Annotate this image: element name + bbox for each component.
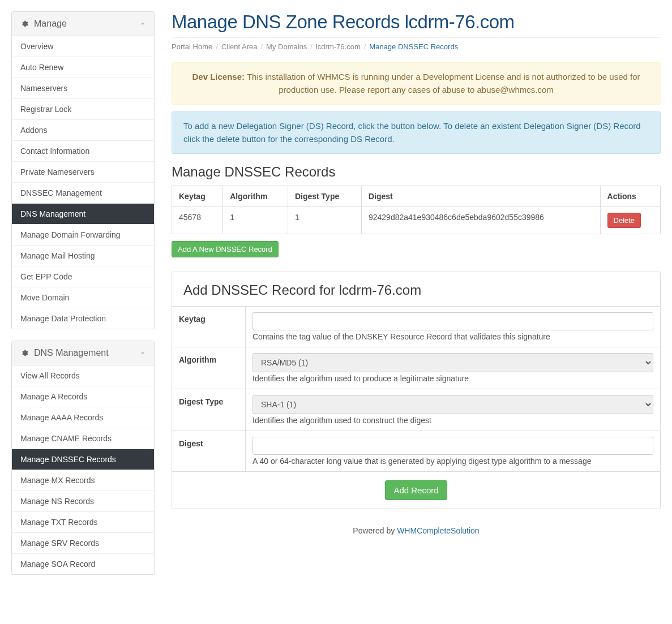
dev-license-alert: Dev License: This installation of WHMCS … bbox=[172, 62, 661, 105]
chevron-up-icon bbox=[140, 350, 145, 356]
cell-digest_type: 1 bbox=[288, 207, 361, 234]
manage-item-11[interactable]: Get EPP Code bbox=[12, 266, 154, 287]
manage-item-4[interactable]: Addons bbox=[12, 119, 154, 140]
breadcrumb-link-2[interactable]: My Domains bbox=[266, 42, 307, 51]
footer: Powered by WHMCompleteSolution bbox=[172, 526, 661, 535]
dns-panel: DNS Management View All RecordsManage A … bbox=[11, 341, 155, 575]
breadcrumb-sep: / bbox=[364, 42, 366, 51]
footer-text: Powered by bbox=[353, 526, 397, 535]
manage-item-7[interactable]: DNSSEC Management bbox=[12, 182, 154, 203]
manage-panel: Manage OverviewAuto RenewNameserversRegi… bbox=[11, 11, 155, 329]
dns-item-7[interactable]: Manage TXT Records bbox=[12, 511, 154, 532]
keytag-input[interactable] bbox=[252, 312, 653, 330]
digest-type-help: Identifies the algorithm used to constru… bbox=[252, 416, 653, 425]
manage-panel-title: Manage bbox=[34, 19, 67, 29]
cell-keytag: 45678 bbox=[172, 207, 223, 234]
digest-help: A 40 or 64-character long value that is … bbox=[252, 457, 653, 466]
dns-item-5[interactable]: Manage MX Records bbox=[12, 470, 154, 490]
add-new-record-button[interactable]: Add A New DNSSEC Record bbox=[172, 241, 279, 257]
dns-list: View All RecordsManage A RecordsManage A… bbox=[12, 365, 154, 574]
dns-item-8[interactable]: Manage SRV Records bbox=[12, 532, 154, 553]
page-title: Manage DNS Zone Records lcdrm-76.com bbox=[172, 11, 661, 33]
algorithm-select[interactable]: RSA/MD5 (1) bbox=[252, 353, 653, 372]
dns-item-6[interactable]: Manage NS Records bbox=[12, 490, 154, 511]
digest-label: Digest bbox=[172, 431, 246, 471]
add-record-submit-button[interactable]: Add Record bbox=[385, 480, 447, 500]
manage-item-3[interactable]: Registrar Lock bbox=[12, 98, 154, 119]
gear-icon bbox=[20, 20, 28, 28]
dns-panel-title: DNS Management bbox=[34, 348, 109, 358]
dns-item-3[interactable]: Manage CNAME Records bbox=[12, 428, 154, 449]
dns-item-2[interactable]: Manage AAAA Records bbox=[12, 407, 154, 428]
dns-item-4[interactable]: Manage DNSSEC Records bbox=[12, 449, 154, 470]
breadcrumb-link-3[interactable]: lcdrm-76.com bbox=[316, 42, 361, 51]
records-col-4: Actions bbox=[600, 186, 660, 207]
records-title: Manage DNSSEC Records bbox=[172, 164, 661, 180]
digest-type-select[interactable]: SHA-1 (1) bbox=[252, 395, 653, 414]
manage-item-5[interactable]: Contact Information bbox=[12, 140, 154, 161]
breadcrumb-link-1[interactable]: Client Area bbox=[221, 42, 258, 51]
algorithm-help: Identifies the algorithm used to produce… bbox=[252, 374, 653, 383]
manage-item-9[interactable]: Manage Domain Forwarding bbox=[12, 224, 154, 245]
dns-item-1[interactable]: Manage A Records bbox=[12, 386, 154, 407]
manage-item-10[interactable]: Manage Mail Hosting bbox=[12, 245, 154, 266]
digest-type-label: Digest Type bbox=[172, 389, 246, 431]
digest-input[interactable] bbox=[252, 437, 653, 455]
manage-item-1[interactable]: Auto Renew bbox=[12, 57, 154, 78]
manage-item-12[interactable]: Move Domain bbox=[12, 287, 154, 308]
keytag-help: Contains the tag value of the DNSKEY Res… bbox=[252, 332, 653, 341]
breadcrumb-current: Manage DNSSEC Records bbox=[369, 42, 458, 51]
manage-item-8[interactable]: DNS Management bbox=[12, 203, 154, 224]
add-record-form: Add DNSSEC Record for lcdrm-76.com Keyta… bbox=[172, 272, 661, 509]
breadcrumb-sep: / bbox=[216, 42, 218, 51]
manage-list: OverviewAuto RenewNameserversRegistrar L… bbox=[12, 36, 154, 329]
dns-item-0[interactable]: View All Records bbox=[12, 365, 154, 386]
breadcrumb-sep: / bbox=[310, 42, 313, 51]
title-divider bbox=[172, 37, 661, 38]
delete-button[interactable]: Delete bbox=[607, 213, 641, 228]
breadcrumb-link-0[interactable]: Portal Home bbox=[172, 42, 212, 51]
cell-actions: Delete bbox=[600, 207, 660, 234]
dev-license-prefix: Dev License: bbox=[192, 72, 245, 81]
dns-panel-heading[interactable]: DNS Management bbox=[12, 341, 154, 365]
manage-item-0[interactable]: Overview bbox=[12, 36, 154, 57]
manage-panel-heading[interactable]: Manage bbox=[12, 12, 154, 36]
chevron-up-icon bbox=[140, 21, 145, 27]
records-col-1: Algorithm bbox=[223, 186, 288, 207]
records-table: KeytagAlgorithmDigest TypeDigestActions … bbox=[172, 186, 661, 234]
manage-item-6[interactable]: Private Nameservers bbox=[12, 161, 154, 182]
records-col-2: Digest Type bbox=[288, 186, 361, 207]
gear-icon bbox=[20, 349, 28, 357]
breadcrumb-sep: / bbox=[260, 42, 263, 51]
footer-link[interactable]: WHMCompleteSolution bbox=[397, 526, 480, 535]
manage-item-2[interactable]: Nameservers bbox=[12, 78, 154, 98]
manage-item-13[interactable]: Manage Data Protection bbox=[12, 308, 154, 329]
keytag-label: Keytag bbox=[172, 307, 246, 347]
main-content: Manage DNS Zone Records lcdrm-76.com Por… bbox=[172, 11, 661, 586]
records-col-0: Keytag bbox=[172, 186, 223, 207]
sidebar: Manage OverviewAuto RenewNameserversRegi… bbox=[11, 11, 155, 586]
form-title: Add DNSSEC Record for lcdrm-76.com bbox=[183, 282, 649, 298]
dev-license-text: This installation of WHMCS is running un… bbox=[245, 72, 640, 94]
cell-digest: 92429d82a41e930486c6de5ebda9602d55c39986 bbox=[361, 207, 600, 234]
breadcrumb: Portal Home/Client Area/My Domains/lcdrm… bbox=[172, 42, 661, 51]
info-alert: To add a new Delegation Signer (DS) Reco… bbox=[172, 111, 661, 154]
algorithm-label: Algorithm bbox=[172, 347, 246, 389]
cell-algorithm: 1 bbox=[223, 207, 288, 234]
records-col-3: Digest bbox=[361, 186, 600, 207]
table-row: 456781192429d82a41e930486c6de5ebda9602d5… bbox=[172, 207, 661, 234]
dns-item-9[interactable]: Manage SOA Record bbox=[12, 553, 154, 574]
